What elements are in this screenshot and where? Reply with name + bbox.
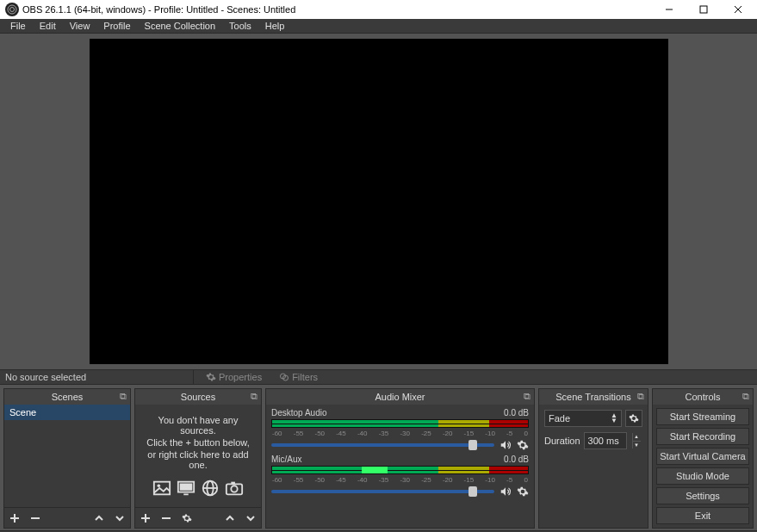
obs-logo-icon: [5, 3, 19, 16]
meter-ticks: -60-55-50-45-40-35-30-25-20-15-10-50: [271, 430, 529, 437]
image-icon: [152, 479, 171, 498]
camera-icon: [225, 479, 244, 498]
filters-icon: [279, 372, 289, 382]
svg-point-20: [231, 486, 237, 492]
svg-point-0: [8, 5, 16, 14]
remove-scene-button[interactable]: [28, 513, 42, 523]
svg-rect-3: [700, 6, 707, 13]
channel-name: Desktop Audio: [271, 408, 327, 418]
mixer-channel-mic: Mic/Aux 0.0 dB -60-55-50-45-40-35-30-25-…: [271, 455, 529, 498]
slider-thumb[interactable]: [468, 440, 477, 450]
menu-help[interactable]: Help: [258, 19, 292, 33]
channel-level: 0.0 dB: [504, 408, 529, 418]
minimize-button[interactable]: [652, 0, 686, 19]
sources-footer: [135, 507, 261, 528]
popout-icon[interactable]: ⧉: [742, 391, 749, 402]
transition-settings-button[interactable]: [625, 410, 642, 427]
menu-file[interactable]: File: [3, 19, 33, 33]
transitions-header: Scene Transitions ⧉: [539, 389, 648, 405]
channel-settings-button[interactable]: [517, 486, 529, 498]
popout-icon[interactable]: ⧉: [637, 391, 644, 402]
sources-dock: Sources ⧉ You don't have any sources. Cl…: [134, 388, 262, 529]
volume-slider[interactable]: [271, 443, 494, 447]
scenes-dock: Scenes ⧉ Scene: [3, 388, 131, 529]
move-scene-up-button[interactable]: [92, 513, 106, 523]
controls-header: Controls ⧉: [653, 389, 753, 405]
maximize-button[interactable]: [686, 0, 721, 19]
channel-name: Mic/Aux: [271, 455, 302, 464]
gear-icon: [206, 372, 216, 382]
menu-scene-collection[interactable]: Scene Collection: [138, 19, 223, 33]
slider-thumb[interactable]: [468, 486, 477, 497]
volume-slider[interactable]: [271, 490, 494, 493]
chevron-updown-icon: ▲▼: [611, 413, 617, 424]
add-source-button[interactable]: [139, 513, 152, 523]
spin-arrows: ▲ ▼: [632, 433, 641, 448]
menu-edit[interactable]: Edit: [33, 19, 63, 33]
docks-row: Scenes ⧉ Scene Sources ⧉ You don't have …: [0, 385, 757, 530]
source-settings-button[interactable]: [180, 513, 194, 523]
sources-empty[interactable]: You don't have any sources. Click the + …: [135, 405, 261, 507]
start-recording-button[interactable]: Start Recording: [656, 428, 749, 445]
menu-view[interactable]: View: [63, 19, 97, 33]
svg-point-12: [158, 484, 161, 487]
studio-mode-button[interactable]: Studio Mode: [656, 467, 749, 485]
svg-rect-21: [231, 481, 235, 484]
settings-button[interactable]: Settings: [656, 487, 749, 504]
mixer-channel-desktop: Desktop Audio 0.0 dB -60-55-50-45-40-35-…: [271, 408, 529, 451]
spin-down-button[interactable]: ▼: [633, 442, 641, 449]
close-button[interactable]: [721, 0, 755, 19]
menu-tools[interactable]: Tools: [222, 19, 258, 33]
properties-button[interactable]: Properties: [201, 370, 267, 384]
scenes-header: Scenes ⧉: [4, 389, 130, 405]
popout-icon[interactable]: ⧉: [251, 391, 258, 402]
mute-button[interactable]: [499, 486, 512, 498]
audio-meter: [271, 466, 529, 474]
add-scene-button[interactable]: [8, 513, 22, 523]
move-source-up-button[interactable]: [223, 513, 237, 523]
move-source-down-button[interactable]: [244, 513, 258, 523]
preview-area: [0, 34, 757, 369]
exit-button[interactable]: Exit: [656, 507, 749, 524]
svg-rect-14: [180, 483, 193, 490]
mute-button[interactable]: [499, 439, 512, 451]
scene-item[interactable]: Scene: [4, 405, 130, 420]
start-streaming-button[interactable]: Start Streaming: [656, 408, 749, 425]
scenes-footer: [4, 507, 130, 528]
source-toolbar: No source selected Properties Filters: [0, 369, 757, 385]
sources-header: Sources ⧉: [135, 389, 261, 405]
move-scene-down-button[interactable]: [113, 513, 127, 523]
meter-ticks: -60-55-50-45-40-35-30-25-20-15-10-50: [271, 476, 529, 484]
audio-meter: [271, 419, 529, 428]
gear-icon: [629, 413, 639, 424]
controls-dock: Controls ⧉ Start Streaming Start Recordi…: [652, 388, 754, 529]
spin-up-button[interactable]: ▲: [633, 433, 641, 442]
popout-icon[interactable]: ⧉: [120, 391, 127, 402]
preview-canvas[interactable]: [90, 39, 668, 364]
titlebar: OBS 26.1.1 (64-bit, windows) - Profile: …: [0, 0, 757, 19]
duration-spinbox[interactable]: 300 ms: [584, 432, 627, 449]
menubar: File Edit View Profile Scene Collection …: [0, 19, 757, 34]
window-title: OBS 26.1.1 (64-bit, windows) - Profile: …: [22, 4, 652, 15]
filters-button[interactable]: Filters: [274, 370, 323, 384]
globe-icon: [201, 479, 220, 498]
channel-level: 0.0 dB: [504, 455, 529, 464]
source-status: No source selected: [5, 372, 186, 382]
scenes-list[interactable]: [4, 420, 130, 507]
audio-mixer-header: Audio Mixer ⧉: [266, 389, 534, 405]
audio-mixer-dock: Audio Mixer ⧉ Desktop Audio 0.0 dB -60-5…: [265, 388, 535, 529]
start-virtual-camera-button[interactable]: Start Virtual Camera: [656, 448, 749, 465]
duration-label: Duration: [544, 436, 580, 446]
transitions-dock: Scene Transitions ⧉ Fade ▲▼ Duration 300…: [538, 388, 648, 529]
popout-icon[interactable]: ⧉: [524, 391, 531, 402]
remove-source-button[interactable]: [159, 513, 173, 523]
channel-settings-button[interactable]: [517, 439, 529, 451]
menu-profile[interactable]: Profile: [96, 19, 137, 33]
display-icon: [177, 479, 195, 498]
transition-select[interactable]: Fade ▲▼: [544, 410, 622, 427]
